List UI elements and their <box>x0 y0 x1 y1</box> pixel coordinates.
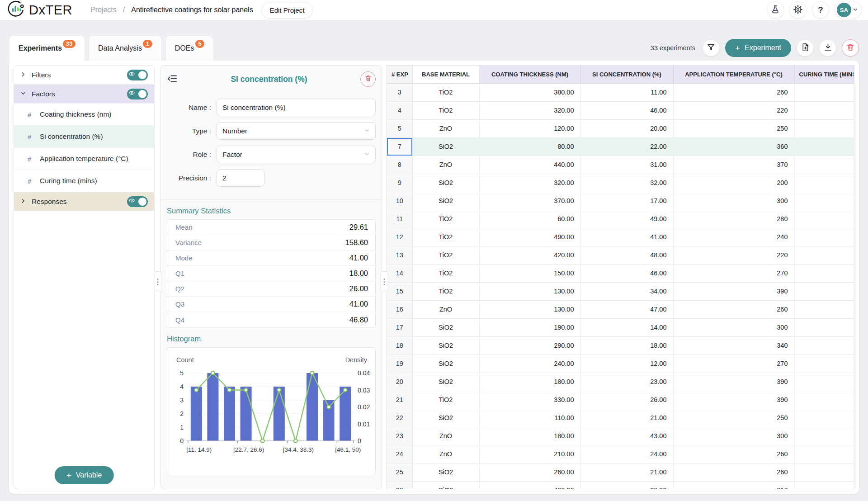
cell-curing[interactable] <box>794 463 854 481</box>
column-header-material[interactable]: BASE MATERIAL <box>412 66 479 83</box>
cell-material[interactable]: TiO2 <box>412 391 479 409</box>
cell-thickness[interactable]: 440.00 <box>479 156 580 174</box>
cell-material[interactable]: SiO2 <box>412 463 479 481</box>
filter-button[interactable] <box>703 39 720 57</box>
cell-exp[interactable]: 24 <box>387 445 412 463</box>
cell-si[interactable]: 46.00 <box>580 264 673 282</box>
cell-si[interactable]: 21.00 <box>580 463 673 481</box>
add-variable-button[interactable]: + Variable <box>55 466 114 484</box>
breadcrumb-projects[interactable]: Projects <box>90 6 117 14</box>
cell-curing[interactable] <box>794 101 854 119</box>
cell-material[interactable]: ZnO <box>412 427 479 445</box>
cell-exp[interactable]: 22 <box>387 409 412 427</box>
cell-curing[interactable] <box>794 210 854 228</box>
cell-thickness[interactable]: 130.00 <box>479 282 580 300</box>
cell-material[interactable]: TiO2 <box>412 210 479 228</box>
cell-temp[interactable]: 300 <box>673 192 794 210</box>
cell-si[interactable]: 32.00 <box>580 174 673 192</box>
cell-material[interactable]: TiO2 <box>412 228 479 246</box>
cell-thickness[interactable]: 420.00 <box>479 246 580 264</box>
cell-temp[interactable]: 280 <box>673 210 794 228</box>
column-header-temp[interactable]: APPLICATION TEMPERATURE (°C) <box>673 66 794 83</box>
cell-temp[interactable]: 300 <box>673 427 794 445</box>
cell-temp[interactable]: 220 <box>673 101 794 119</box>
cell-thickness[interactable]: 290.00 <box>479 336 580 354</box>
cell-temp[interactable]: 260 <box>673 83 794 101</box>
cell-si[interactable]: 34.00 <box>580 282 673 300</box>
cell-material[interactable]: TiO2 <box>412 101 479 119</box>
cell-exp[interactable]: 20 <box>387 373 412 391</box>
cell-temp[interactable]: 270 <box>673 264 794 282</box>
cell-si[interactable]: 18.00 <box>580 336 673 354</box>
cell-exp[interactable]: 3 <box>387 83 412 101</box>
tab-experiments[interactable]: Experiments 33 <box>9 35 85 61</box>
cell-temp[interactable]: 260 <box>673 445 794 463</box>
cell-material[interactable]: SiO2 <box>412 354 479 373</box>
cell-exp[interactable]: 15 <box>387 282 412 300</box>
cell-temp[interactable]: 260 <box>673 300 794 318</box>
cell-exp[interactable]: 9 <box>387 174 412 192</box>
cell-exp[interactable]: 25 <box>387 463 412 481</box>
cell-si[interactable]: 20.00 <box>580 481 673 489</box>
cell-exp[interactable]: 23 <box>387 427 412 445</box>
cell-material[interactable]: SiO2 <box>412 318 479 336</box>
cell-thickness[interactable]: 150.00 <box>479 264 580 282</box>
import-file-button[interactable] <box>797 39 814 57</box>
cell-si[interactable]: 23.00 <box>580 373 673 391</box>
download-button[interactable] <box>819 39 836 57</box>
cell-exp[interactable]: 17 <box>387 318 412 336</box>
cell-curing[interactable] <box>794 246 854 264</box>
cell-thickness[interactable]: 330.00 <box>479 391 580 409</box>
cell-temp[interactable]: 270 <box>673 354 794 373</box>
cell-si[interactable]: 12.00 <box>580 354 673 373</box>
cell-thickness[interactable]: 400.00 <box>479 481 580 489</box>
cell-curing[interactable] <box>794 427 854 445</box>
cell-si[interactable]: 21.00 <box>580 409 673 427</box>
cell-material[interactable]: SiO2 <box>412 336 479 354</box>
cell-temp[interactable]: 220 <box>673 246 794 264</box>
cell-exp[interactable]: 5 <box>387 119 412 137</box>
column-header-curing[interactable]: CURING TIME (MINS) <box>794 66 854 83</box>
cell-si[interactable]: 46.00 <box>580 101 673 119</box>
cell-thickness[interactable]: 260.00 <box>479 463 580 481</box>
cell-si[interactable]: 48.00 <box>580 246 673 264</box>
edit-project-button[interactable]: Edit Project <box>261 2 313 19</box>
cell-exp[interactable]: 26 <box>387 481 412 489</box>
column-header-thickness[interactable]: COATING THICKNESS (NM) <box>479 66 580 83</box>
cell-thickness[interactable]: 490.00 <box>479 228 580 246</box>
cell-material[interactable]: SiO2 <box>412 409 479 427</box>
delete-experiments-button[interactable] <box>842 39 859 57</box>
factors-visibility-toggle[interactable] <box>127 89 148 99</box>
cell-curing[interactable] <box>794 282 854 300</box>
cell-material[interactable]: SiO2 <box>412 373 479 391</box>
user-menu[interactable]: SA <box>835 1 862 19</box>
cell-exp[interactable]: 8 <box>387 156 412 174</box>
cell-si[interactable]: 41.00 <box>580 228 673 246</box>
cell-exp[interactable]: 4 <box>387 101 412 119</box>
cell-temp[interactable]: 260 <box>673 463 794 481</box>
cell-curing[interactable] <box>794 318 854 336</box>
cell-thickness[interactable]: 180.00 <box>479 427 580 445</box>
cell-material[interactable]: TiO2 <box>412 282 479 300</box>
cell-temp[interactable]: 240 <box>673 228 794 246</box>
add-experiment-button[interactable]: + Experiment <box>725 39 791 57</box>
sidebar-section-factors[interactable]: Factors <box>14 85 154 104</box>
cell-temp[interactable]: 390 <box>673 282 794 300</box>
brand[interactable]: DxTER <box>7 0 72 19</box>
cell-thickness[interactable]: 130.00 <box>479 300 580 318</box>
cell-curing[interactable] <box>794 156 854 174</box>
cell-temp[interactable]: 250 <box>673 119 794 137</box>
cell-thickness[interactable]: 180.00 <box>479 373 580 391</box>
cell-temp[interactable]: 200 <box>673 174 794 192</box>
cell-curing[interactable] <box>794 481 854 489</box>
sidebar-item-factor[interactable]: #Application temperature (°C) <box>14 148 154 170</box>
cell-exp[interactable]: 21 <box>387 391 412 409</box>
sidebar-section-responses[interactable]: Responses <box>14 192 154 211</box>
cell-thickness[interactable]: 210.00 <box>479 445 580 463</box>
column-header-exp[interactable]: # EXP <box>387 66 412 83</box>
cell-exp[interactable]: 11 <box>387 210 412 228</box>
settings-button[interactable] <box>789 1 807 19</box>
role-select[interactable]: Factor <box>217 146 376 163</box>
cell-thickness[interactable]: 80.00 <box>479 137 580 156</box>
cell-thickness[interactable]: 320.00 <box>479 174 580 192</box>
